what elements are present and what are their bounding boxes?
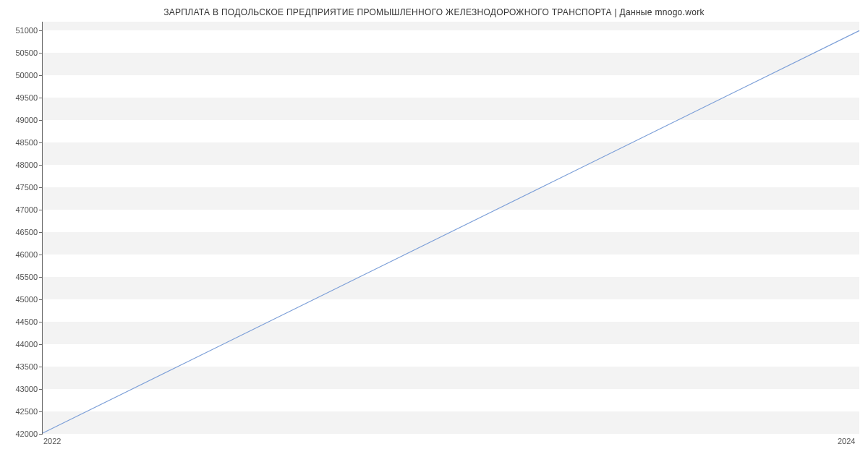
y-tick-label: 48000 (3, 161, 38, 169)
y-tick (39, 434, 43, 435)
x-tick-label: 2022 (43, 437, 61, 445)
y-tick-label: 50500 (3, 48, 38, 57)
y-tick-label: 47000 (3, 205, 38, 214)
y-tick-label: 50000 (3, 71, 38, 80)
y-tick-label: 43000 (3, 385, 38, 393)
y-tick-label: 51000 (3, 26, 38, 35)
y-tick-label: 49500 (3, 93, 38, 102)
y-tick-label: 49000 (3, 116, 38, 124)
plot-area (42, 22, 859, 434)
y-tick-label: 45000 (3, 295, 38, 304)
y-tick-label: 45500 (3, 273, 38, 281)
y-tick-label: 42000 (3, 430, 38, 438)
y-tick-label: 43500 (3, 362, 38, 371)
plot-frame (42, 22, 859, 434)
x-tick-label: 2024 (838, 437, 855, 445)
y-tick-label: 44000 (3, 340, 38, 349)
chart-title: ЗАРПЛАТА В ПОДОЛЬСКОЕ ПРЕДПРИЯТИЕ ПРОМЫШ… (0, 7, 868, 17)
series-line (43, 30, 859, 433)
y-tick-label: 42500 (3, 407, 38, 416)
y-tick-label: 48500 (3, 138, 38, 147)
y-tick-label: 46500 (3, 228, 38, 236)
series-svg (43, 22, 859, 433)
y-tick-label: 46000 (3, 250, 38, 259)
y-tick-label: 47500 (3, 183, 38, 192)
y-tick-label: 44500 (3, 317, 38, 326)
